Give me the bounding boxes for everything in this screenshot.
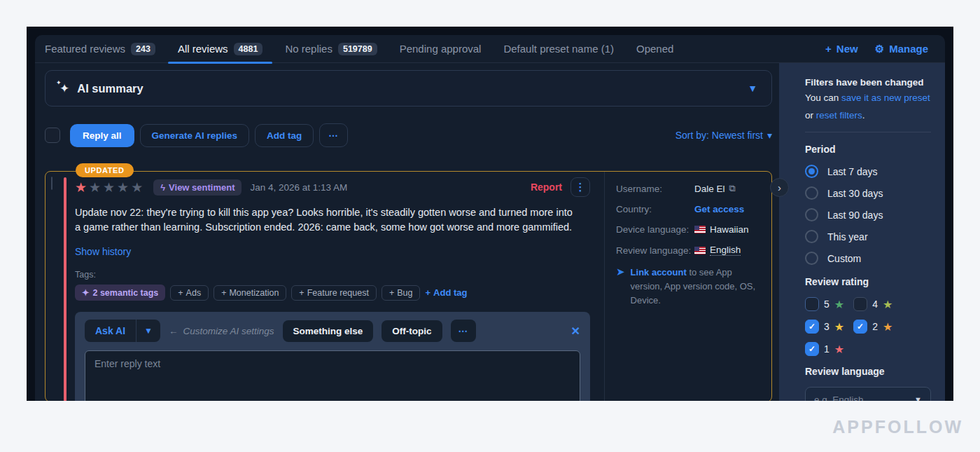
us-flag-icon [694, 247, 706, 254]
sort-dropdown[interactable]: Sort by: Newest first▾ [676, 130, 772, 141]
kebab-menu-icon[interactable]: ⋮ [570, 177, 590, 197]
tab-opened[interactable]: Opened [636, 35, 673, 63]
radio-button[interactable] [805, 186, 818, 200]
caret-down-icon: ▼ [914, 395, 922, 401]
tag-chip-monetization[interactable]: +Monetization [214, 285, 286, 301]
reply-text-input[interactable] [85, 350, 580, 401]
radio-button[interactable] [805, 165, 818, 178]
collapse-sidebar-button[interactable]: › [770, 178, 789, 197]
checkbox[interactable]: ✓ [853, 320, 867, 334]
rating-filter-4[interactable]: 4 ★ [853, 297, 892, 311]
period-option-this-year[interactable]: This year [805, 230, 931, 243]
tab-count-badge: 4881 [234, 43, 263, 55]
rating-filter-5[interactable]: 5 ★ [805, 297, 844, 311]
checkbox[interactable]: ✓ [805, 342, 819, 356]
filters-sidebar: Filters have been changed You can save i… [779, 63, 945, 401]
tab-pending-approval[interactable]: Pending approval [400, 35, 482, 63]
report-button[interactable]: Report [531, 182, 562, 193]
reply-all-button[interactable]: Reply all [70, 124, 134, 147]
more-templates-button[interactable]: ⋯ [451, 320, 477, 342]
chevron-right-icon: › [778, 182, 781, 193]
semantic-tags-chip[interactable]: ✦2 semantic tags [75, 285, 165, 301]
rating-filter-2[interactable]: ✓ 2 ★ [853, 320, 892, 334]
star-icon: ★ [834, 343, 844, 356]
review-language-value[interactable]: English [710, 245, 741, 256]
radio-button[interactable] [805, 230, 818, 243]
manage-presets-button[interactable]: ⚙Manage [875, 43, 928, 55]
meta-row-username: Username: Dale El⧉ [616, 183, 762, 194]
show-history-link[interactable]: Show history [75, 246, 131, 257]
ask-ai-button[interactable]: Ask AI [85, 320, 136, 342]
tab-count-badge: 519789 [338, 43, 377, 55]
link-account-note: ➤ Link account to see App version, App v… [616, 266, 762, 308]
review-text: Update nov 22: they're trying to kill th… [75, 205, 579, 235]
plus-icon: + [221, 288, 226, 298]
customize-ai-settings-link[interactable]: ←Customize AI settings [169, 326, 274, 336]
ask-ai-split-button[interactable]: Ask AI ▼ [85, 320, 160, 342]
tab-featured-reviews[interactable]: Featured reviews 243 [45, 35, 155, 63]
review-select [46, 172, 52, 401]
new-preset-button[interactable]: +New [825, 43, 858, 55]
period-option-last-90-days[interactable]: Last 90 days [805, 208, 931, 221]
review-date: Jan 4, 2026 at 1:13 AM [250, 182, 347, 193]
radio-button[interactable] [805, 208, 818, 221]
app-window: Featured reviews 243 All reviews 4881 No… [27, 27, 953, 401]
period-option-last-30-days[interactable]: Last 30 days [805, 186, 931, 200]
generate-ai-replies-button[interactable]: Generate AI replies [140, 124, 250, 147]
quick-reply-off-topic[interactable]: Off-topic [382, 320, 442, 342]
tab-label: Opened [636, 43, 673, 55]
review-checkbox[interactable] [51, 177, 52, 190]
meta-row-review-language: Review language: English [616, 245, 762, 256]
send-icon: ➤ [616, 266, 625, 308]
period-title: Period [805, 144, 931, 155]
arrow-left-icon: ← [169, 326, 178, 336]
tag-chips-row: ✦2 semantic tags +Ads +Monetization +Fea… [75, 285, 590, 301]
review-language-select[interactable]: e.g. English ▼ [805, 387, 931, 401]
get-access-link[interactable]: Get access [694, 204, 744, 214]
ai-summary-bar[interactable]: ✦✦ AI summary ▼ [45, 70, 772, 107]
add-tag-button[interactable]: Add tag [255, 124, 314, 147]
tab-bar: Featured reviews 243 All reviews 4881 No… [35, 35, 945, 63]
close-icon[interactable]: ✕ [571, 324, 580, 338]
rating-filter-3[interactable]: ✓ 3 ★ [805, 320, 844, 334]
tab-default-preset[interactable]: Default preset name (1) [503, 35, 614, 63]
view-sentiment-button[interactable]: ϟView sentiment [153, 179, 241, 196]
more-actions-button[interactable]: ⋯ [319, 123, 348, 147]
link-account-link[interactable]: Link account [631, 267, 687, 278]
lightning-icon: ϟ [160, 182, 165, 193]
plus-icon: + [389, 288, 394, 298]
filters-reset-line: or reset filters. [805, 109, 931, 123]
caret-down-icon: ▾ [767, 130, 772, 141]
rating-filter-1[interactable]: ✓ 1 ★ [805, 342, 844, 356]
plus-icon: + [825, 43, 832, 55]
tags-label: Tags: [75, 270, 590, 280]
tab-label: No replies [285, 43, 332, 55]
save-preset-link[interactable]: save it as new preset [841, 93, 930, 103]
tab-no-replies[interactable]: No replies 519789 [285, 35, 377, 63]
caret-down-icon[interactable]: ▼ [136, 320, 160, 342]
checkbox[interactable] [805, 297, 819, 311]
copy-icon[interactable]: ⧉ [729, 183, 736, 194]
username-value: Dale El [694, 184, 725, 194]
checkbox[interactable]: ✓ [805, 320, 819, 334]
review-rating-title: Review rating [805, 276, 931, 287]
appfollow-watermark: APPFOLLOW [832, 417, 963, 437]
add-tag-link[interactable]: +Add tag [425, 287, 467, 298]
review-header-row: ★★★★★ ϟView sentiment Jan 4, 2026 at 1:1… [75, 177, 590, 197]
content-area: ✦✦ AI summary ▼ Reply all Generate AI re… [35, 63, 945, 401]
chevron-down-icon[interactable]: ▼ [748, 83, 757, 94]
select-all-checkbox[interactable] [45, 128, 60, 143]
period-option-custom[interactable]: Custom [805, 252, 931, 265]
tag-chip-bug[interactable]: +Bug [382, 285, 421, 301]
star-icon: ★ [834, 320, 844, 334]
reset-filters-link[interactable]: reset filters [816, 110, 862, 121]
tag-chip-ads[interactable]: +Ads [170, 285, 209, 301]
tag-chip-feature-request[interactable]: +Feature request [291, 285, 377, 301]
tab-label: Featured reviews [45, 43, 125, 55]
tab-label: All reviews [178, 43, 228, 55]
quick-reply-something-else[interactable]: Something else [283, 320, 374, 342]
period-option-last-7-days[interactable]: Last 7 days [805, 165, 931, 178]
tab-all-reviews[interactable]: All reviews 4881 [178, 35, 263, 63]
checkbox[interactable] [853, 297, 867, 311]
radio-button[interactable] [805, 252, 818, 265]
